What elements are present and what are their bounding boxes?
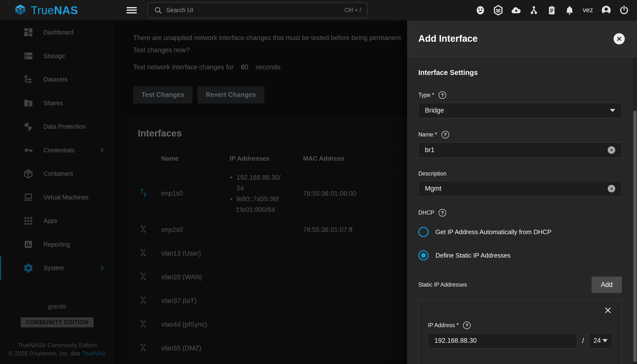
search-input[interactable] (166, 6, 341, 14)
static-ip-entry-card: IP Address *? / 24 (418, 299, 622, 364)
truenas-logo-icon (14, 4, 27, 17)
description-label: Description (418, 170, 446, 177)
name-input[interactable] (425, 146, 608, 154)
ip-address-label: IP Address * (428, 322, 459, 328)
type-label: Type * (418, 92, 434, 98)
power-icon[interactable] (618, 5, 630, 16)
radio-dhcp[interactable]: Get IP Address Automatically from DHCP (418, 224, 622, 240)
radio-static[interactable]: Define Static IP Addresses (418, 247, 622, 264)
truecommand-icon[interactable] (493, 5, 504, 16)
clear-icon[interactable] (608, 185, 615, 192)
truenas-logo[interactable]: TrueNAS (0, 4, 114, 17)
cloud-icon[interactable] (510, 5, 522, 16)
add-interface-panel: Add Interface Interface Settings Type *?… (407, 20, 637, 364)
help-icon[interactable]: ? (439, 209, 446, 216)
radio-selected-icon (418, 250, 429, 260)
add-button[interactable]: Add (591, 276, 622, 293)
name-label: Name * (418, 131, 437, 138)
scrollbar-thumb[interactable] (633, 110, 636, 362)
menu-toggle-icon[interactable] (127, 6, 137, 14)
user-avatar-icon[interactable] (600, 5, 612, 16)
network-icon[interactable] (528, 5, 539, 16)
panel-title: Add Interface (418, 34, 478, 44)
description-input[interactable] (425, 185, 608, 192)
truenas-app: TrueNAS Ctrl + / (0, 0, 637, 364)
global-search: Ctrl + / (148, 2, 368, 18)
dhcp-label: DHCP (418, 210, 434, 216)
chevron-down-icon (610, 109, 615, 112)
topbar-actions: vez (475, 5, 637, 16)
clear-icon[interactable] (608, 146, 615, 154)
help-icon[interactable]: ? (463, 322, 471, 329)
dhcp-label-row: DHCP? (418, 209, 622, 216)
search-icon (154, 6, 162, 14)
cidr-separator: / (582, 337, 584, 345)
help-icon[interactable]: ? (439, 91, 446, 99)
panel-header: Add Interface (407, 20, 637, 57)
search-shortcut: Ctrl + / (345, 7, 361, 14)
static-ip-label: Static IP Addresses (418, 282, 467, 288)
alerts-icon[interactable] (564, 5, 575, 16)
ip-address-input[interactable] (434, 337, 570, 344)
panel-scrollbar[interactable] (633, 57, 636, 364)
description-field: Description (418, 170, 622, 196)
name-field: Name *? (418, 131, 622, 158)
type-field: Type *? Bridge (418, 91, 622, 118)
feedback-icon[interactable] (475, 5, 486, 16)
netmask-select[interactable]: 24 (589, 333, 612, 348)
jobs-icon[interactable] (546, 5, 557, 16)
remove-entry-icon[interactable] (603, 306, 612, 316)
help-icon[interactable]: ? (442, 131, 449, 138)
chevron-down-icon (602, 339, 608, 342)
modal-backdrop[interactable] (0, 20, 407, 364)
close-icon[interactable] (613, 33, 625, 44)
truenas-logo-text: TrueNAS (31, 4, 78, 17)
type-select[interactable]: Bridge (418, 103, 622, 118)
topbar: TrueNAS Ctrl + / (0, 0, 637, 20)
section-title: Interface Settings (418, 68, 622, 77)
panel-body: Interface Settings Type *? Bridge Name *… (407, 57, 637, 364)
ip-address-row: / 24 (428, 333, 612, 348)
radio-unselected-icon (418, 227, 429, 237)
static-ip-row: Static IP Addresses Add (418, 276, 622, 293)
username-label[interactable]: vez (582, 6, 594, 14)
